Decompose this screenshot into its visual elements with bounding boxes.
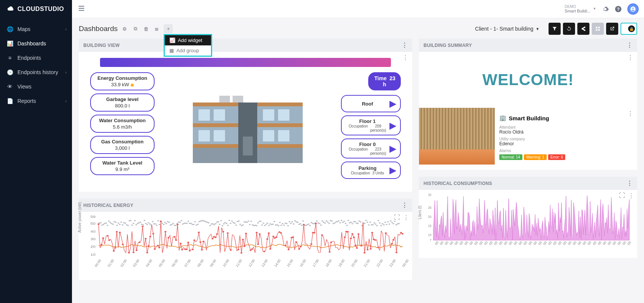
svg-rect-35 [104,223,106,224]
floor-floor-1[interactable]: Floor 1Occupation209person(s)▶ [341,115,401,135]
svg-rect-222 [360,221,361,222]
svg-point-289 [199,241,201,243]
sidebar-item-dashboards[interactable]: 📊Dashboards [0,36,72,51]
layers-icon[interactable]: ≣ [153,25,160,32]
widget-menu-icon[interactable]: ⋮ [628,192,634,199]
svg-rect-95 [186,223,188,224]
svg-rect-98 [190,223,192,224]
svg-rect-138 [245,221,247,222]
add-widget-item[interactable]: 📈Add widget [165,35,211,45]
panel-menu-icon[interactable]: ⋮ [627,180,633,187]
svg-point-308 [259,233,261,235]
expand-icon[interactable]: ⛶ [619,192,625,199]
filter-button[interactable] [549,23,561,35]
client-selector[interactable]: Client - 1- Smart building ▼ [475,26,539,32]
svg-rect-21 [263,130,274,141]
svg-point-285 [189,250,191,252]
svg-rect-60 [138,222,140,224]
svg-rect-188 [313,223,315,224]
sidebar-item-endpoints-history[interactable]: 🕒Endpoints history› [0,65,72,79]
floor-parking[interactable]: ParkingOccupation3 Units▶ [341,162,401,179]
svg-rect-183 [306,224,308,225]
widget-menu-icon[interactable]: ⋮ [403,214,409,221]
metric-gas-consumption[interactable]: Gas Consumption3,000 l [90,136,155,154]
metric-garbage-level[interactable]: Garbage level800.0 l [90,93,155,112]
svg-rect-84 [171,224,173,225]
svg-rect-34 [103,224,104,225]
y-axis-label: Liters (l) [418,205,422,219]
floor-floor-0[interactable]: Floor 0Occupation223person(s)▶ [341,138,401,158]
add-button[interactable]: ＋ 📈Add widget ▦Add group [164,24,173,33]
sidebar-item-endpoints[interactable]: ≡Endpoints [0,51,72,65]
list-icon: ≡ [7,55,13,61]
metric-water-consumption[interactable]: Water Consumption5.6 m3/h [90,115,155,133]
svg-point-311 [268,232,270,234]
svg-rect-179 [301,225,303,226]
svg-point-351 [391,243,393,244]
svg-point-284 [187,242,189,243]
help-icon[interactable]: ? [614,5,622,13]
settings-icon[interactable]: ⚙ [121,25,128,32]
widget-menu-icon[interactable]: ⋮ [627,54,633,61]
svg-rect-147 [257,222,259,224]
gear-icon[interactable] [602,5,609,13]
add-group-item[interactable]: ▦Add group [165,45,211,56]
floor-roof[interactable]: Roof▶ [341,95,401,112]
svg-rect-22 [278,130,289,141]
metric-water-tank-level[interactable]: Water Tank Level9.9 m³ [90,157,155,175]
svg-rect-107 [203,220,204,221]
svg-rect-157 [271,224,272,225]
svg-point-324 [300,246,302,247]
lock-toggle[interactable]: 🔒 [621,23,637,35]
refresh-button[interactable] [563,23,575,35]
svg-point-333 [344,236,345,238]
user-avatar[interactable] [627,3,639,15]
svg-rect-110 [206,222,208,223]
svg-point-348 [374,239,376,241]
svg-rect-211 [345,223,346,224]
widget-menu-icon[interactable]: ⋮ [402,54,408,61]
building-summary-panel: BUILDING SUMMARY⋮ ⋮ WELCOME! ⋮ 🏢Smart Bu… [419,39,637,170]
panel-menu-icon[interactable]: ⋮ [402,202,408,209]
menu-toggle-icon[interactable] [77,4,86,14]
svg-rect-218 [354,221,356,222]
svg-rect-14 [243,137,253,155]
expand-icon[interactable]: ⛶ [394,214,400,221]
copy-icon[interactable]: ⧉ [132,25,139,32]
svg-rect-212 [346,225,348,226]
share-button[interactable] [577,23,589,35]
svg-rect-172 [291,221,293,222]
panel-menu-icon[interactable]: ⋮ [402,42,408,49]
attendant-value: Rocío Oldrá [499,129,637,135]
svg-rect-162 [278,225,279,226]
svg-point-315 [275,236,277,238]
svg-rect-198 [327,222,328,223]
grid-button[interactable] [592,23,604,35]
svg-rect-152 [264,225,266,226]
svg-point-304 [250,250,252,251]
building-photo [419,108,495,165]
panel-title: BUILDING SUMMARY [424,43,472,48]
svg-rect-74 [157,220,159,221]
widget-menu-icon[interactable]: ⋮ [627,110,633,117]
svg-text:50: 50 [91,222,95,225]
historical-energy-panel: HISTORICAL ENERGY⋮ ⛶⋮ Active power (kW) … [79,199,412,280]
svg-rect-148 [259,221,260,222]
external-button[interactable] [606,23,618,35]
sidebar-item-maps[interactable]: 🌐Maps› [0,22,72,36]
svg-rect-82 [168,222,170,223]
sidebar-item-views[interactable]: 👁Views [0,79,72,94]
tenant-selector[interactable]: DEMO Smart Buildi... ▼ [565,5,596,13]
svg-rect-53 [129,220,130,221]
main-content: Dashboards ⚙ ⧉ 🗑 ≣ ＋ 📈Add widget ▦Add gr… [72,18,644,303]
trash-icon[interactable]: 🗑 [142,25,149,32]
svg-point-256 [113,250,115,252]
svg-rect-202 [333,223,334,224]
sidebar-item-reports[interactable]: 📄Reports› [0,94,72,108]
panel-menu-icon[interactable]: ⋮ [627,42,633,49]
svg-rect-47 [120,222,122,223]
metric-energy-consumption[interactable]: Energy Consumption33.9 kW [90,72,155,90]
svg-rect-58 [136,224,137,225]
svg-rect-43 [115,222,116,223]
clock-icon: 🕒 [7,69,13,75]
